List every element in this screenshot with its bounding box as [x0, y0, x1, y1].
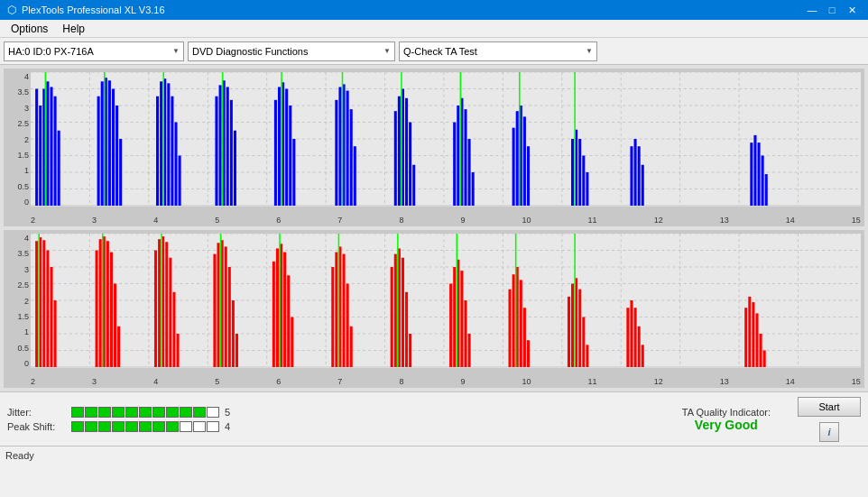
svg-rect-79: [472, 172, 475, 206]
svg-rect-153: [235, 334, 238, 367]
ps-seg-6: [139, 421, 152, 432]
svg-rect-140: [158, 239, 161, 367]
svg-rect-198: [630, 300, 633, 367]
svg-rect-132: [99, 239, 102, 367]
svg-rect-61: [338, 87, 341, 206]
bottom-chart-x-axis: 2 3 4 5 6 7 8 9 10 11 12 13 14 15: [31, 377, 861, 386]
app-icon: ⬡: [7, 4, 16, 16]
svg-rect-41: [167, 83, 170, 206]
svg-rect-72: [412, 165, 415, 206]
top-chart-inner: [31, 72, 861, 207]
jitter-seg-11: [207, 407, 219, 418]
svg-rect-158: [283, 253, 286, 367]
minimize-button[interactable]: —: [803, 4, 821, 16]
svg-rect-194: [582, 317, 585, 366]
jitter-seg-3: [98, 407, 111, 418]
svg-rect-144: [172, 292, 175, 367]
test-dropdown-value: Q-Check TA Test: [403, 46, 477, 57]
svg-rect-74: [453, 122, 456, 205]
svg-rect-75: [457, 106, 459, 206]
svg-rect-180: [464, 300, 466, 367]
svg-rect-183: [509, 290, 512, 367]
svg-rect-126: [42, 240, 45, 367]
svg-rect-85: [527, 146, 530, 206]
svg-rect-173: [405, 292, 408, 367]
close-button[interactable]: ✕: [843, 4, 861, 16]
svg-rect-191: [571, 283, 574, 366]
svg-rect-205: [755, 313, 758, 367]
svg-rect-152: [232, 300, 235, 367]
device-dropdown-arrow: ▼: [172, 47, 180, 55]
bottom-chart-inner: [31, 234, 861, 368]
svg-rect-53: [274, 100, 277, 206]
info-button[interactable]: i: [819, 422, 839, 442]
svg-rect-166: [346, 283, 349, 366]
svg-rect-81: [512, 128, 515, 206]
charts-area: 4 3.5 3 2.5 2 1.5 1 0.5 0: [0, 65, 868, 391]
maximize-button[interactable]: □: [823, 4, 841, 16]
svg-rect-176: [449, 283, 452, 366]
peak-shift-meter: [71, 421, 219, 432]
ps-seg-5: [125, 421, 138, 432]
svg-rect-47: [219, 85, 222, 206]
jitter-seg-10: [193, 407, 206, 418]
svg-rect-87: [571, 139, 574, 206]
top-chart-svg: [31, 72, 861, 207]
svg-rect-135: [110, 253, 113, 367]
svg-rect-100: [762, 155, 764, 205]
jitter-label: Jitter:: [7, 407, 66, 418]
svg-rect-57: [289, 106, 291, 206]
svg-rect-25: [46, 81, 49, 206]
jitter-seg-8: [166, 407, 179, 418]
svg-rect-28: [58, 131, 60, 206]
function-dropdown-arrow: ▼: [383, 47, 391, 55]
svg-rect-203: [748, 297, 751, 367]
bottom-chart: 4 3.5 3 2.5 2 1.5 1 0.5 0: [4, 230, 864, 388]
device-dropdown[interactable]: HA:0 ID:0 PX-716A ▼: [4, 41, 184, 61]
svg-rect-97: [750, 143, 753, 206]
test-dropdown-arrow: ▼: [586, 47, 593, 55]
ta-quality-area: TA Quality Indicator: Very Good: [655, 407, 798, 432]
ps-seg-11: [207, 421, 219, 432]
peak-shift-label: Peak Shift:: [7, 421, 66, 432]
svg-rect-160: [291, 317, 293, 366]
svg-rect-187: [523, 308, 526, 367]
jitter-seg-2: [85, 407, 97, 418]
svg-rect-78: [468, 139, 471, 206]
jitter-seg-5: [125, 407, 138, 418]
svg-rect-94: [634, 139, 637, 206]
svg-rect-139: [154, 250, 157, 366]
start-button[interactable]: Start: [798, 397, 861, 417]
test-dropdown[interactable]: Q-Check TA Test ▼: [399, 41, 597, 61]
bottom-panel: Jitter: 5 Peak Shift:: [0, 391, 868, 446]
svg-rect-188: [527, 340, 530, 367]
jitter-row: Jitter: 5: [7, 407, 655, 418]
svg-rect-22: [35, 88, 38, 205]
menu-options[interactable]: Options: [4, 21, 55, 37]
svg-rect-84: [523, 116, 526, 206]
svg-rect-54: [278, 87, 281, 206]
svg-rect-31: [101, 81, 104, 206]
svg-rect-169: [391, 267, 393, 367]
svg-rect-90: [582, 155, 585, 205]
svg-rect-89: [578, 139, 581, 206]
jitter-seg-4: [112, 407, 125, 418]
top-chart-x-axis: 2 3 4 5 6 7 8 9 10 11 12 13 14 15: [31, 216, 861, 225]
svg-rect-49: [226, 87, 229, 206]
svg-rect-193: [578, 290, 581, 367]
svg-rect-148: [217, 243, 219, 367]
svg-rect-77: [464, 109, 466, 206]
svg-rect-190: [568, 297, 570, 367]
svg-rect-177: [453, 267, 456, 367]
svg-rect-143: [169, 258, 171, 367]
svg-rect-34: [112, 88, 115, 205]
bottom-chart-y-axis: 4 3.5 3 2.5 2 1.5 1 0.5 0: [7, 234, 31, 368]
svg-rect-151: [228, 267, 231, 367]
svg-rect-127: [46, 250, 49, 366]
svg-rect-162: [331, 267, 334, 367]
menu-help[interactable]: Help: [55, 21, 92, 37]
svg-rect-35: [115, 106, 118, 206]
function-dropdown[interactable]: DVD Diagnostic Functions ▼: [188, 41, 395, 61]
svg-rect-142: [165, 242, 168, 367]
svg-rect-207: [763, 350, 766, 366]
